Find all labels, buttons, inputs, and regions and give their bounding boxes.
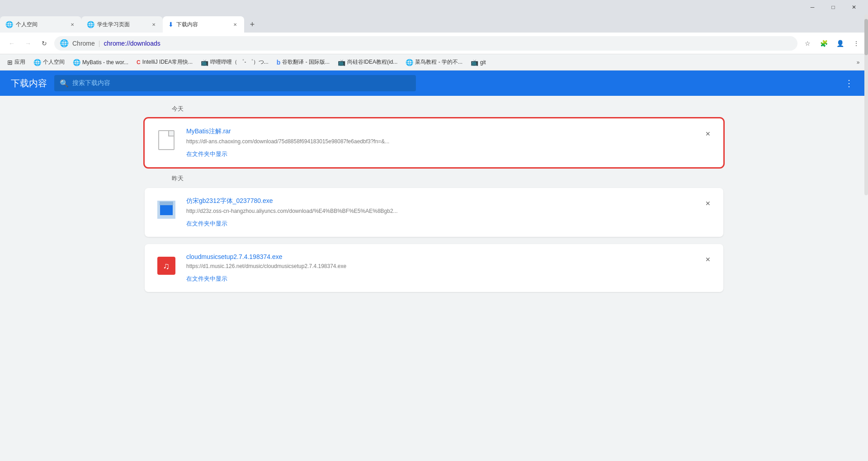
tab-close-personal-space[interactable]: ✕ [69, 21, 76, 28]
bookmark-runoob-label: 菜鸟教程 - 学的不... [415, 58, 462, 66]
bookmark-translate-label: 谷歌翻译 - 国际版... [282, 58, 330, 66]
tab-personal-space[interactable]: 🌐 个人空间 ✕ [0, 16, 81, 33]
search-box[interactable]: 🔍 搜索下载内容 [54, 75, 416, 91]
extensions-button[interactable]: 🧩 [817, 37, 830, 50]
downloads-content: 今天 MyBatis注解.rar https://dl-ans.chaoxing… [0, 96, 868, 461]
file-icon-rar [156, 127, 177, 153]
show-in-folder-fansong[interactable]: 在文件夹中显示 [186, 220, 693, 228]
download-info-fansong: 仿宋gb2312字体_0237780.exe http://d23z.oss-c… [186, 197, 693, 228]
refresh-button[interactable]: ↻ [38, 37, 51, 50]
scrollbar[interactable] [864, 14, 868, 195]
download-card-fansong: 仿宋gb2312字体_0237780.exe http://d23z.oss-c… [145, 188, 723, 237]
tab-title-downloads: 下载内容 [176, 21, 229, 28]
chrome-label: Chrome [72, 40, 95, 47]
star-button[interactable]: ☆ [801, 37, 814, 50]
bookmark-bilibili-label: 哔哩哔哩（ ゜- ゜）つ... [210, 58, 269, 66]
bookmark-personal-label: 个人空间 [43, 58, 65, 66]
bookmarks-more-button[interactable]: » [852, 56, 864, 69]
download-name-mybatis[interactable]: MyBatis注解.rar [186, 127, 693, 136]
close-button[interactable]: ✕ [844, 0, 864, 14]
bookmark-intellij-label: IntelliJ IDEA常用快... [142, 58, 193, 66]
section-yesterday-label: 昨天 [0, 174, 868, 186]
new-tab-button[interactable]: + [244, 16, 260, 33]
bookmark-mybatis[interactable]: 🌐 MyBatis - the wor... [69, 56, 132, 69]
bookmark-shangguigu-label: 尚硅谷IDEA教程(id... [347, 58, 397, 66]
page-title: 下载内容 [11, 77, 47, 89]
download-url-fansong: http://d23z.oss-cn-hangzhou.aliyuncs.com… [186, 208, 458, 214]
download-info-cloudmusic: cloudmusicsetup2.7.4.198374.exe https://… [186, 253, 693, 283]
show-in-folder-mybatis[interactable]: 在文件夹中显示 [186, 150, 693, 158]
bookmark-shangguigu-icon: 📺 [338, 59, 345, 66]
download-name-fansong[interactable]: 仿宋gb2312字体_0237780.exe [186, 197, 693, 205]
profile-button[interactable]: 👤 [834, 37, 846, 50]
tab-study-page[interactable]: 🌐 学生学习页面 ✕ [81, 16, 163, 33]
title-bar: ─ □ ✕ [0, 0, 868, 14]
tab-close-downloads[interactable]: ✕ [231, 21, 239, 28]
bookmark-personal-space[interactable]: 🌐 个人空间 [30, 56, 68, 69]
generic-file-icon [158, 130, 175, 150]
bookmark-runoob[interactable]: 🌐 菜鸟教程 - 学的不... [402, 56, 466, 69]
forward-button[interactable]: → [22, 37, 34, 50]
download-name-cloudmusic[interactable]: cloudmusicsetup2.7.4.198374.exe [186, 253, 693, 260]
music-icon: ♫ [157, 257, 175, 275]
search-placeholder-text: 搜索下载内容 [72, 79, 110, 87]
address-separator: | [99, 40, 100, 47]
download-url-cloudmusic: https://d1.music.126.net/dmusic/cloudmus… [186, 263, 458, 269]
exe-icon-fansong [157, 201, 175, 219]
maximize-button[interactable]: □ [823, 0, 844, 14]
bookmark-intellij[interactable]: C IntelliJ IDEA常用快... [133, 56, 196, 69]
bookmark-globe-icon-2: 🌐 [73, 59, 80, 66]
scrollbar-thumb[interactable] [864, 19, 868, 55]
search-icon: 🔍 [60, 79, 69, 88]
tab-downloads[interactable]: ⬇ 下载内容 ✕ [163, 16, 244, 33]
bookmark-intellij-icon: C [137, 59, 141, 66]
card-close-mybatis[interactable]: ✕ [702, 127, 714, 140]
bookmark-mybatis-label: MyBatis - the wor... [82, 59, 128, 66]
back-button[interactable]: ← [5, 37, 18, 50]
bookmark-globe-icon-1: 🌐 [33, 59, 41, 66]
bookmark-git-icon: 📺 [471, 59, 478, 66]
bookmark-runoob-icon: 🌐 [406, 59, 413, 66]
bookmark-shangguigu[interactable]: 📺 尚硅谷IDEA教程(id... [334, 56, 401, 69]
header-more-button[interactable]: ⋮ [841, 75, 857, 91]
globe-icon: 🌐 [60, 39, 69, 47]
bookmark-git-label: git [480, 59, 486, 66]
tab-bar: 🌐 个人空间 ✕ 🌐 学生学习页面 ✕ ⬇ 下载内容 ✕ + [0, 14, 868, 33]
address-input[interactable]: 🌐 Chrome | chrome://downloads [54, 36, 797, 51]
tab-icon-personal-space: 🌐 [5, 21, 13, 28]
bookmark-apps[interactable]: ⊞ 应用 [4, 56, 29, 69]
address-url: chrome://downloads [104, 40, 160, 47]
bookmarks-bar: ⊞ 应用 🌐 个人空间 🌐 MyBatis - the wor... C Int… [0, 54, 868, 71]
bookmark-bilibili[interactable]: 📺 哔哩哔哩（ ゜- ゜）つ... [197, 56, 272, 69]
bookmark-apps-label: 应用 [14, 58, 25, 66]
file-icon-exe-fansong [156, 197, 177, 222]
page-header: 下载内容 🔍 搜索下载内容 ⋮ [0, 71, 868, 96]
address-text: Chrome | chrome://downloads [72, 40, 160, 47]
exe-icon-inner-fansong [160, 204, 173, 215]
tab-close-study[interactable]: ✕ [150, 21, 157, 28]
file-icon-music: ♫ [156, 253, 177, 278]
bookmark-git[interactable]: 📺 git [467, 56, 490, 69]
card-close-cloudmusic[interactable]: ✕ [702, 253, 714, 266]
download-card-cloudmusic: ♫ cloudmusicsetup2.7.4.198374.exe https:… [145, 244, 723, 292]
bookmark-bilibili-icon: 📺 [201, 59, 208, 66]
tab-icon-study: 🌐 [87, 21, 94, 28]
download-info-mybatis: MyBatis注解.rar https://dl-ans.chaoxing.co… [186, 127, 693, 158]
apps-icon: ⊞ [7, 59, 13, 66]
card-close-fansong[interactable]: ✕ [702, 197, 714, 210]
minimize-button[interactable]: ─ [802, 0, 823, 14]
section-today-label: 今天 [0, 105, 868, 117]
tab-title-personal-space: 个人空间 [16, 21, 66, 28]
menu-button[interactable]: ⋮ [850, 37, 863, 50]
bookmark-google-translate[interactable]: b 谷歌翻译 - 国际版... [273, 56, 333, 69]
bookmark-translate-icon: b [277, 59, 281, 66]
download-card-mybatis: MyBatis注解.rar https://dl-ans.chaoxing.co… [145, 118, 723, 167]
address-bar: ← → ↻ 🌐 Chrome | chrome://downloads ☆ 🧩 … [0, 33, 868, 54]
window-controls: ─ □ ✕ [802, 0, 864, 14]
download-url-mybatis: https://dl-ans.chaoxing.com/download/75d… [186, 138, 458, 145]
tab-title-study: 学生学习页面 [97, 21, 147, 28]
tab-icon-downloads: ⬇ [168, 21, 174, 28]
show-in-folder-cloudmusic[interactable]: 在文件夹中显示 [186, 275, 693, 283]
